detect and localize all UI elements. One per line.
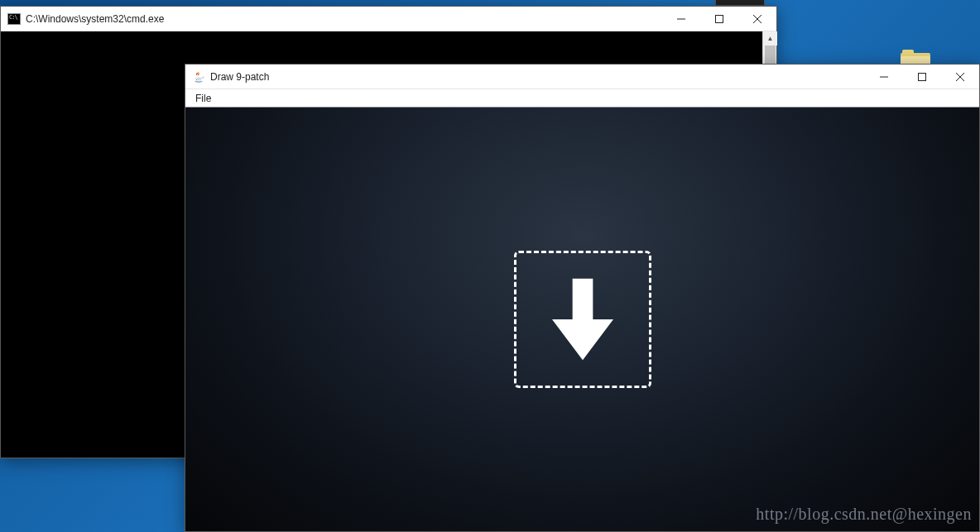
scroll-up-button[interactable]: ▲ [763, 31, 777, 46]
taskbar-remnant [715, 0, 765, 6]
java-icon [192, 70, 205, 84]
menubar: File [185, 89, 979, 108]
drop-target[interactable] [514, 251, 651, 388]
watermark: http://blog.csdn.net@hexingen [756, 505, 972, 524]
cmd-titlebar[interactable]: C:\ C:\Windows\system32\cmd.exe [1, 7, 776, 31]
minimize-button[interactable] [865, 65, 903, 89]
draw9patch-titlebar[interactable]: Draw 9-patch [185, 65, 979, 89]
close-button[interactable] [941, 65, 979, 89]
maximize-button[interactable] [903, 65, 941, 89]
draw9patch-title: Draw 9-patch [210, 71, 269, 83]
draw9patch-canvas[interactable] [185, 108, 979, 531]
download-arrow-icon [552, 278, 613, 361]
minimize-button[interactable] [662, 7, 700, 31]
menu-file[interactable]: File [189, 91, 218, 106]
close-button[interactable] [738, 7, 776, 31]
cmd-icon: C:\ [7, 12, 21, 26]
desktop: C:\ C:\Windows\system32\cmd.exe ▲ ▼ [0, 0, 980, 532]
svg-rect-5 [919, 73, 926, 80]
maximize-button[interactable] [700, 7, 738, 31]
svg-rect-1 [716, 15, 723, 22]
cmd-title: C:\Windows\system32\cmd.exe [26, 13, 164, 25]
draw9patch-window: Draw 9-patch File [185, 64, 980, 532]
